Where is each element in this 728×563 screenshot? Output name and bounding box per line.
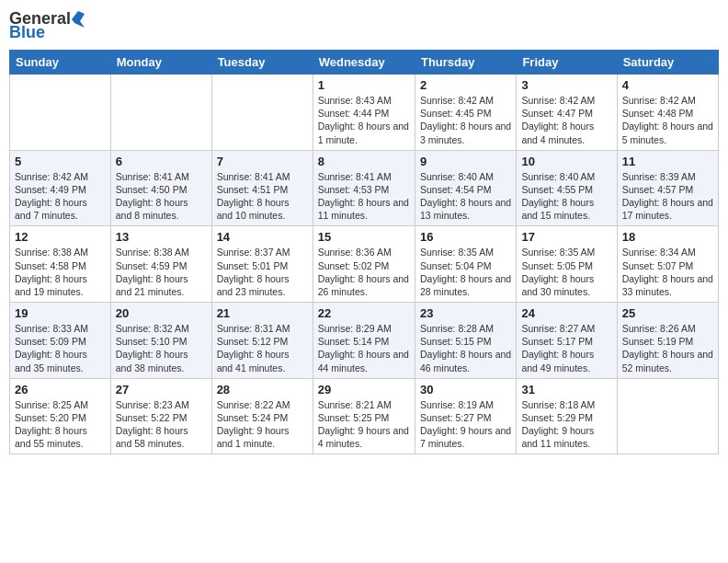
calendar-cell: 30Sunrise: 8:19 AM Sunset: 5:27 PM Dayli… (415, 378, 516, 454)
calendar-cell (617, 378, 718, 454)
weekday-header-monday: Monday (110, 51, 211, 75)
weekday-header-sunday: Sunday (10, 51, 111, 75)
day-info: Sunrise: 8:40 AM Sunset: 4:54 PM Dayligh… (420, 170, 511, 223)
calendar-cell: 28Sunrise: 8:22 AM Sunset: 5:24 PM Dayli… (211, 378, 313, 454)
logo-bird-icon (72, 11, 85, 28)
day-number: 1 (318, 78, 410, 92)
weekday-header-tuesday: Tuesday (211, 51, 313, 75)
day-info: Sunrise: 8:19 AM Sunset: 5:27 PM Dayligh… (420, 398, 511, 451)
day-info: Sunrise: 8:40 AM Sunset: 4:55 PM Dayligh… (521, 170, 611, 223)
calendar-cell: 1Sunrise: 8:43 AM Sunset: 4:44 PM Daylig… (313, 75, 415, 151)
calendar-cell (10, 75, 111, 151)
day-number: 5 (15, 155, 106, 168)
day-info: Sunrise: 8:42 AM Sunset: 4:45 PM Dayligh… (420, 94, 511, 146)
day-info: Sunrise: 8:26 AM Sunset: 5:19 PM Dayligh… (622, 322, 713, 374)
calendar-cell: 25Sunrise: 8:26 AM Sunset: 5:19 PM Dayli… (617, 303, 718, 379)
day-info: Sunrise: 8:41 AM Sunset: 4:50 PM Dayligh… (116, 170, 207, 223)
calendar-cell (211, 75, 313, 151)
day-number: 17 (521, 230, 611, 244)
day-number: 14 (217, 230, 308, 244)
day-info: Sunrise: 8:27 AM Sunset: 5:17 PM Dayligh… (521, 322, 611, 374)
calendar-week-row: 19Sunrise: 8:33 AM Sunset: 5:09 PM Dayli… (10, 303, 719, 379)
calendar-cell: 22Sunrise: 8:29 AM Sunset: 5:14 PM Dayli… (313, 303, 415, 379)
day-number: 2 (420, 78, 511, 92)
calendar-cell: 4Sunrise: 8:42 AM Sunset: 4:48 PM Daylig… (617, 75, 718, 151)
day-info: Sunrise: 8:42 AM Sunset: 4:47 PM Dayligh… (521, 94, 611, 146)
day-info: Sunrise: 8:31 AM Sunset: 5:12 PM Dayligh… (217, 322, 308, 374)
calendar-cell: 18Sunrise: 8:34 AM Sunset: 5:07 PM Dayli… (617, 226, 718, 303)
day-number: 31 (521, 383, 611, 396)
calendar-cell: 23Sunrise: 8:28 AM Sunset: 5:15 PM Dayli… (415, 303, 516, 379)
calendar-cell: 12Sunrise: 8:38 AM Sunset: 4:58 PM Dayli… (10, 226, 111, 303)
day-number: 30 (420, 383, 511, 396)
day-number: 24 (521, 306, 611, 320)
weekday-header-friday: Friday (517, 51, 617, 75)
day-number: 3 (521, 78, 611, 92)
day-number: 8 (318, 155, 410, 168)
day-info: Sunrise: 8:23 AM Sunset: 5:22 PM Dayligh… (116, 398, 207, 451)
calendar-cell: 11Sunrise: 8:39 AM Sunset: 4:57 PM Dayli… (617, 150, 718, 226)
day-number: 13 (116, 230, 207, 244)
calendar-week-row: 5Sunrise: 8:42 AM Sunset: 4:49 PM Daylig… (10, 150, 719, 226)
day-info: Sunrise: 8:33 AM Sunset: 5:09 PM Dayligh… (15, 322, 106, 374)
calendar-cell: 29Sunrise: 8:21 AM Sunset: 5:25 PM Dayli… (313, 378, 415, 454)
weekday-header-wednesday: Wednesday (313, 51, 415, 75)
day-info: Sunrise: 8:38 AM Sunset: 4:58 PM Dayligh… (15, 246, 106, 298)
calendar-cell: 8Sunrise: 8:41 AM Sunset: 4:53 PM Daylig… (313, 150, 415, 226)
calendar-cell: 19Sunrise: 8:33 AM Sunset: 5:09 PM Dayli… (10, 303, 111, 379)
day-number: 26 (15, 383, 106, 396)
calendar-cell: 21Sunrise: 8:31 AM Sunset: 5:12 PM Dayli… (211, 303, 313, 379)
calendar-cell: 5Sunrise: 8:42 AM Sunset: 4:49 PM Daylig… (10, 150, 111, 226)
calendar-cell: 14Sunrise: 8:37 AM Sunset: 5:01 PM Dayli… (211, 226, 313, 303)
day-info: Sunrise: 8:36 AM Sunset: 5:02 PM Dayligh… (318, 246, 410, 298)
day-number: 19 (15, 306, 106, 320)
day-info: Sunrise: 8:35 AM Sunset: 5:05 PM Dayligh… (521, 246, 611, 298)
day-info: Sunrise: 8:41 AM Sunset: 4:51 PM Dayligh… (217, 170, 308, 223)
calendar-cell: 13Sunrise: 8:38 AM Sunset: 4:59 PM Dayli… (110, 226, 211, 303)
day-number: 16 (420, 230, 511, 244)
calendar-cell: 3Sunrise: 8:42 AM Sunset: 4:47 PM Daylig… (517, 75, 617, 151)
day-info: Sunrise: 8:42 AM Sunset: 4:49 PM Dayligh… (15, 170, 106, 223)
day-number: 18 (622, 230, 713, 244)
day-info: Sunrise: 8:28 AM Sunset: 5:15 PM Dayligh… (420, 322, 511, 374)
calendar-cell (110, 75, 211, 151)
weekday-header-thursday: Thursday (415, 51, 516, 75)
calendar-cell: 26Sunrise: 8:25 AM Sunset: 5:20 PM Dayli… (10, 378, 111, 454)
calendar-cell: 17Sunrise: 8:35 AM Sunset: 5:05 PM Dayli… (517, 226, 617, 303)
day-number: 11 (622, 155, 713, 168)
day-number: 22 (318, 306, 410, 320)
calendar-cell: 9Sunrise: 8:40 AM Sunset: 4:54 PM Daylig… (415, 150, 516, 226)
day-info: Sunrise: 8:38 AM Sunset: 4:59 PM Dayligh… (116, 246, 207, 298)
day-number: 10 (521, 155, 611, 168)
day-info: Sunrise: 8:22 AM Sunset: 5:24 PM Dayligh… (217, 398, 308, 451)
page-header: General Blue (9, 9, 719, 42)
calendar-cell: 20Sunrise: 8:32 AM Sunset: 5:10 PM Dayli… (110, 303, 211, 379)
calendar-cell: 27Sunrise: 8:23 AM Sunset: 5:22 PM Dayli… (110, 378, 211, 454)
logo-blue-text: Blue (9, 23, 45, 42)
day-info: Sunrise: 8:32 AM Sunset: 5:10 PM Dayligh… (116, 322, 207, 374)
calendar-cell: 31Sunrise: 8:18 AM Sunset: 5:29 PM Dayli… (517, 378, 617, 454)
day-number: 6 (116, 155, 207, 168)
day-info: Sunrise: 8:37 AM Sunset: 5:01 PM Dayligh… (217, 246, 308, 298)
day-number: 21 (217, 306, 308, 320)
day-info: Sunrise: 8:21 AM Sunset: 5:25 PM Dayligh… (318, 398, 410, 451)
day-info: Sunrise: 8:39 AM Sunset: 4:57 PM Dayligh… (622, 170, 713, 223)
day-info: Sunrise: 8:43 AM Sunset: 4:44 PM Dayligh… (318, 94, 410, 146)
calendar-cell: 15Sunrise: 8:36 AM Sunset: 5:02 PM Dayli… (313, 226, 415, 303)
day-info: Sunrise: 8:29 AM Sunset: 5:14 PM Dayligh… (318, 322, 410, 374)
day-info: Sunrise: 8:18 AM Sunset: 5:29 PM Dayligh… (521, 398, 611, 451)
day-number: 23 (420, 306, 511, 320)
calendar-table: SundayMondayTuesdayWednesdayThursdayFrid… (9, 50, 719, 454)
calendar-week-row: 26Sunrise: 8:25 AM Sunset: 5:20 PM Dayli… (10, 378, 719, 454)
day-number: 20 (116, 306, 207, 320)
logo: General Blue (9, 9, 85, 42)
weekday-header-saturday: Saturday (617, 51, 718, 75)
day-number: 7 (217, 155, 308, 168)
calendar-cell: 2Sunrise: 8:42 AM Sunset: 4:45 PM Daylig… (415, 75, 516, 151)
day-number: 25 (622, 306, 713, 320)
day-info: Sunrise: 8:42 AM Sunset: 4:48 PM Dayligh… (622, 94, 713, 146)
calendar-week-row: 1Sunrise: 8:43 AM Sunset: 4:44 PM Daylig… (10, 75, 719, 151)
day-number: 9 (420, 155, 511, 168)
calendar-week-row: 12Sunrise: 8:38 AM Sunset: 4:58 PM Dayli… (10, 226, 719, 303)
calendar-cell: 6Sunrise: 8:41 AM Sunset: 4:50 PM Daylig… (110, 150, 211, 226)
